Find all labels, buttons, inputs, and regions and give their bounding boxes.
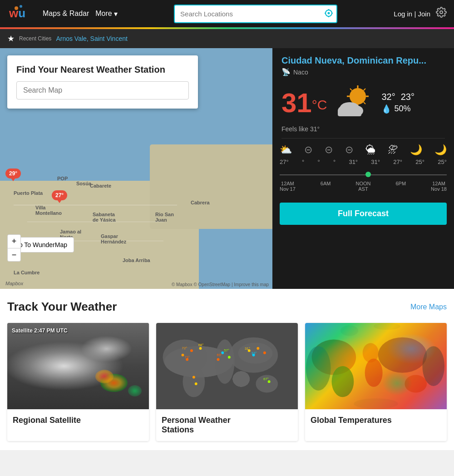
search-input[interactable] bbox=[175, 6, 321, 21]
weather-pin-29[interactable]: 29° bbox=[5, 169, 21, 178]
weather-pin-27[interactable]: 27° bbox=[52, 190, 67, 200]
svg-point-29 bbox=[182, 354, 184, 357]
time-label-12am-nov17: 12AM Nov 17 bbox=[280, 181, 296, 192]
nav-maps-radar[interactable]: Maps & Radar bbox=[38, 6, 94, 21]
svg-point-3 bbox=[20, 5, 22, 8]
svg-point-40 bbox=[192, 376, 195, 378]
map-label-sabaneta: Sabanetade Yásica bbox=[93, 212, 116, 223]
chevron-down-icon: ▾ bbox=[114, 10, 118, 18]
svg-line-17 bbox=[364, 102, 365, 104]
login-link[interactable]: Log in bbox=[394, 10, 412, 18]
hourly-labels: 12AM Nov 17 6AM NOON AST 6PM 12AM bbox=[280, 181, 447, 192]
gear-icon bbox=[436, 7, 447, 18]
svg-point-30 bbox=[199, 347, 202, 350]
svg-text:72°: 72° bbox=[182, 346, 188, 350]
weather-location: Ciudad Nueva, Dominican Repu... 📡 Naco bbox=[272, 48, 454, 80]
map-search-title: Find Your Nearest Weather Station bbox=[16, 64, 189, 75]
recent-city-link[interactable]: Arnos Vale, Saint Vincent bbox=[56, 35, 127, 42]
hourly-temp-7: 27° bbox=[393, 159, 402, 165]
star-icon[interactable]: ★ bbox=[7, 34, 15, 44]
map-label-gaspar: GasparHernández bbox=[101, 233, 126, 244]
date-3: AST bbox=[355, 186, 370, 192]
time-label-6pm: 6PM bbox=[395, 181, 406, 192]
hourly-icon-6: ⛈ bbox=[388, 144, 398, 156]
regional-satellite-image: Satellite 2:47 PM UTC bbox=[7, 323, 149, 409]
hourly-icon-7: 🌙 bbox=[410, 144, 422, 156]
hourly-icon-5: 🌦 bbox=[365, 144, 375, 156]
date-2 bbox=[321, 186, 331, 192]
partly-cloudy-icon bbox=[336, 84, 372, 120]
svg-point-36 bbox=[257, 347, 259, 350]
svg-point-58 bbox=[340, 325, 358, 336]
zoom-in-button[interactable]: + bbox=[7, 234, 21, 248]
logo[interactable]: wu bbox=[7, 3, 29, 25]
map-label-cabarete: Cabarete bbox=[90, 183, 111, 188]
location-target-icon bbox=[325, 9, 333, 17]
nav-more-dropdown[interactable]: More ▾ bbox=[95, 10, 117, 18]
recent-label: Recent Cities bbox=[19, 35, 51, 42]
global-temp-label: Global Temperatures bbox=[305, 409, 447, 431]
svg-point-2 bbox=[15, 6, 18, 10]
global-temp-image bbox=[305, 323, 447, 409]
svg-text:33°: 33° bbox=[252, 351, 257, 355]
hourly-temp-9: 25° bbox=[438, 159, 447, 165]
svg-rect-22 bbox=[338, 110, 361, 116]
main-nav: Maps & Radar More ▾ bbox=[38, 6, 118, 21]
timeline-dot bbox=[365, 172, 371, 177]
broadcast-icon: 📡 bbox=[281, 68, 291, 76]
hourly-temp-5: 31° bbox=[349, 159, 358, 165]
pws-card[interactable]: 72° 68° 73° 31° 33° 69° 57° 67° Personal… bbox=[156, 323, 298, 441]
search-bar-container bbox=[127, 5, 385, 23]
time-label-6am: 6AM bbox=[321, 181, 331, 192]
regional-satellite-label: Regional Satellite bbox=[7, 409, 149, 431]
hourly-temp-4: ° bbox=[333, 159, 336, 165]
date-5: Nov 18 bbox=[431, 186, 447, 192]
more-maps-link[interactable]: More Maps bbox=[410, 303, 447, 311]
hourly-forecast: ⛅ ⊝ ⊝ ⊝ 🌦 ⛈ 🌙 🌙 27° ° ° ° 31° 31° 27° 25… bbox=[272, 139, 454, 197]
timeline-line bbox=[280, 174, 447, 175]
weather-stats: 32° 23° 💧 50% bbox=[381, 92, 415, 114]
svg-point-57 bbox=[422, 346, 444, 386]
header: wu Maps & Radar More ▾ bbox=[0, 0, 454, 27]
full-forecast-button[interactable]: Full Forecast bbox=[280, 203, 447, 225]
wu-logo-icon: wu bbox=[7, 3, 29, 25]
track-title: Track Your Weather bbox=[7, 300, 117, 314]
weather-main: 31°C bbox=[272, 80, 454, 125]
svg-text:68°: 68° bbox=[198, 343, 204, 347]
main-content: Find Your Nearest Weather Station Puerto… bbox=[0, 48, 454, 289]
settings-icon[interactable] bbox=[436, 7, 447, 20]
hourly-temp-2: ° bbox=[302, 159, 304, 165]
map-search-input[interactable] bbox=[16, 81, 189, 99]
regional-satellite-card[interactable]: Satellite 2:47 PM UTC Regional Satellite bbox=[7, 323, 149, 441]
time-1: 12AM bbox=[280, 181, 296, 186]
svg-point-11 bbox=[350, 88, 366, 104]
pws-image: 72° 68° 73° 31° 33° 69° 57° 67° bbox=[156, 323, 298, 409]
hourly-temp-6: 31° bbox=[371, 159, 380, 165]
map-label-joba: Joba Arriba bbox=[123, 258, 150, 263]
svg-line-18 bbox=[364, 89, 365, 90]
svg-point-60 bbox=[354, 398, 398, 409]
svg-text:69°: 69° bbox=[217, 353, 222, 357]
sublocation-name: Naco bbox=[293, 69, 308, 76]
svg-point-24 bbox=[183, 366, 205, 397]
track-section: Track Your Weather More Maps Satellite 2… bbox=[0, 289, 454, 450]
temp-high: 32° bbox=[381, 92, 395, 102]
mapbox-credit: © Mapbox © OpenStreetMap | Improve this … bbox=[172, 282, 269, 287]
svg-point-53 bbox=[365, 358, 383, 387]
maps-grid: Satellite 2:47 PM UTC Regional Satellite bbox=[7, 323, 447, 441]
date-1: Nov 17 bbox=[280, 186, 296, 192]
map-label-rio-san-juan: Rio SanJuan bbox=[155, 212, 174, 223]
pws-world-svg: 72° 68° 73° 31° 33° 69° 57° 67° bbox=[156, 323, 298, 409]
temperature-value: 31 bbox=[281, 88, 312, 118]
join-link[interactable]: Join bbox=[418, 10, 430, 18]
mapbox-logo: Mapbox bbox=[5, 281, 23, 286]
hourly-icon-8: 🌙 bbox=[434, 144, 447, 156]
hourly-icon-4: ⊝ bbox=[345, 144, 353, 156]
weather-panel: Ciudad Nueva, Dominican Repu... 📡 Naco 3… bbox=[272, 48, 454, 289]
svg-point-41 bbox=[195, 382, 197, 385]
search-submit-button[interactable] bbox=[321, 5, 336, 22]
time-label-12am-nov18: 12AM Nov 18 bbox=[431, 181, 447, 192]
zoom-out-button[interactable]: − bbox=[7, 248, 21, 262]
date-4 bbox=[395, 186, 406, 192]
global-temp-card[interactable]: Global Temperatures bbox=[305, 323, 447, 441]
